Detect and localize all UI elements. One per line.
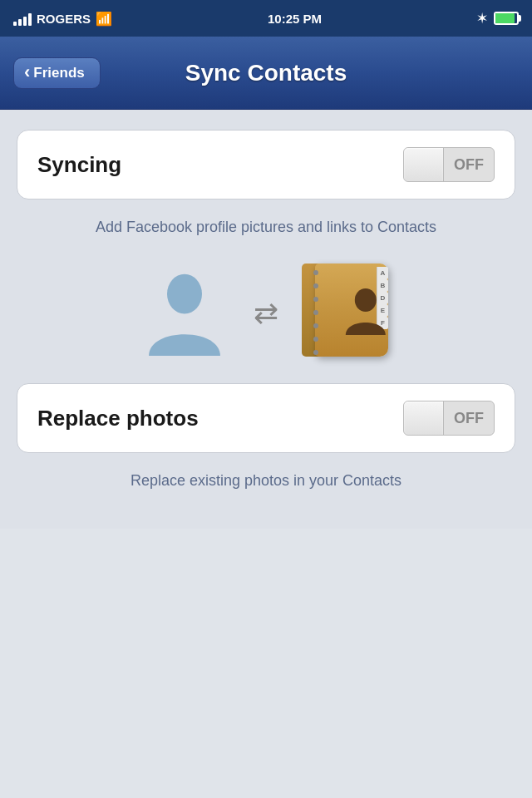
replace-photos-card: Replace photos OFF [17,383,515,453]
back-button[interactable]: Friends [13,57,101,89]
wifi-icon: 📶 [96,11,112,27]
book-body: A B D E F [315,264,388,357]
book-ring [313,350,318,355]
replace-photos-description: Replace existing photos in your Contacts [131,472,401,489]
page-title: Sync Contacts [185,60,347,86]
syncing-card: Syncing OFF [17,130,515,200]
syncing-description: Add Facebook profile pictures and links … [96,219,436,235]
syncing-toggle-state: OFF [444,156,494,174]
svg-point-0 [167,273,202,313]
book-ring [313,283,318,288]
battery-icon [494,12,519,25]
status-left: ROGERS 📶 [13,11,112,27]
book-ring [313,337,318,342]
book-ring [313,323,318,328]
main-content: Syncing OFF Add Facebook profile picture… [0,110,532,529]
book-ring [313,297,318,302]
status-right: ✶ [477,12,519,25]
status-time: 10:25 PM [268,12,322,26]
syncing-description-section: Add Facebook profile pictures and links … [17,216,515,239]
syncing-row: Syncing OFF [17,131,515,199]
bluetooth-icon: ✶ [477,12,487,25]
book-rings [313,270,318,355]
nav-bar: Friends Sync Contacts [0,37,532,110]
replace-photos-toggle[interactable]: OFF [403,401,495,436]
replace-photos-description-section: Replace existing photos in your Contacts [17,470,515,492]
toggle-knob [404,148,444,181]
sync-arrows-icon: ⇄ [254,296,278,331]
illustration: ⇄ A B D E F [17,255,515,383]
replace-photos-toggle-state: OFF [444,410,494,427]
svg-point-1 [355,288,377,312]
replace-photos-row: Replace photos OFF [17,384,515,452]
book-ring [313,310,318,315]
replace-photos-label: Replace photos [37,406,199,431]
carrier-name: ROGERS [37,12,91,26]
address-book-icon: A B D E F [302,264,393,363]
facebook-person-icon [139,268,230,359]
syncing-label: Syncing [37,152,121,178]
toggle-knob-replace [404,401,444,435]
signal-bars-icon [13,11,32,26]
syncing-toggle[interactable]: OFF [403,147,495,182]
status-bar: ROGERS 📶 10:25 PM ✶ [0,0,532,37]
book-tab-a: A [377,267,388,279]
book-ring [313,270,318,275]
